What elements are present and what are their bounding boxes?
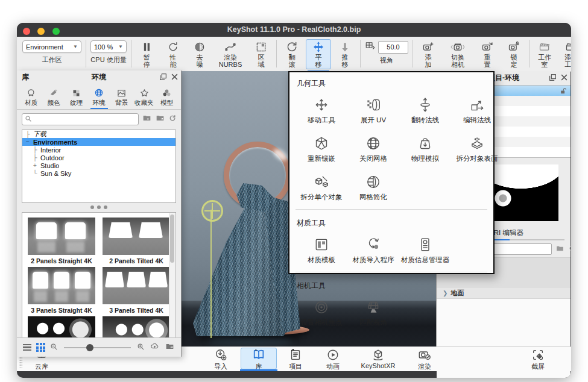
tab-backplates[interactable]: 背景 <box>111 86 132 109</box>
tree-item-environments[interactable]: − Environments <box>22 138 175 146</box>
hdri-thumb-image <box>103 267 170 304</box>
menu-item-edit-normals[interactable]: 编辑法线 <box>452 90 502 128</box>
dock-item-render[interactable]: 渲染 <box>407 348 442 371</box>
section-title: 相机工具 <box>297 281 486 291</box>
tumble-button[interactable]: 翻滚 <box>279 39 305 69</box>
dock-item-library[interactable]: 库 <box>241 348 277 369</box>
thumbnails-scrollbar[interactable] <box>169 213 175 343</box>
toolbar-separator <box>86 40 86 67</box>
tab-models[interactable]: 模型 <box>156 86 177 109</box>
thumb-3-panels-straight[interactable]: 3 Panels Straight 4K <box>26 267 97 314</box>
pause-icon <box>141 40 153 54</box>
section-title: 材质工具 <box>297 218 486 228</box>
dock-item-project[interactable]: 项目 <box>278 348 313 371</box>
float-panel-icon[interactable] <box>549 73 557 84</box>
dolly-button[interactable]: 推移 <box>332 39 358 69</box>
zoom-out-icon[interactable] <box>50 342 58 353</box>
tab-textures[interactable]: 纹理 <box>66 86 87 109</box>
environment-thumbnails: 2 Panels Straight 4K 2 Panels Tilted 4K … <box>22 212 176 345</box>
main-toolbar: Environment ▼ 工作区 100 % ▼ CPU 使用量 暂停 性能 … <box>17 37 571 72</box>
tree-item-studio[interactable]: + Studio <box>22 161 175 169</box>
tree-item-outdoor[interactable]: ├ Outdoor <box>22 154 175 161</box>
tab-materials[interactable]: 材质 <box>21 86 42 109</box>
star-icon <box>140 88 149 98</box>
pan-button[interactable]: 平移 <box>306 39 331 69</box>
menu-item-mesh-simplify[interactable]: 网格简化 <box>349 167 398 205</box>
tab-favorites[interactable]: 收藏夹 <box>134 86 155 109</box>
camera-switch-icon <box>450 40 466 54</box>
tab-environments[interactable]: 环境 <box>89 86 110 109</box>
add-folder-icon[interactable] <box>142 114 152 125</box>
reset-camera-button[interactable]: 重置 <box>475 39 500 69</box>
add-studio-button[interactable]: 添加工作 <box>558 39 571 69</box>
cpu-usage-select[interactable]: 100 % ▼ <box>90 40 127 53</box>
grid-view-icon[interactable] <box>36 343 45 352</box>
performance-button[interactable]: 性能 <box>160 39 186 69</box>
dock-item-import[interactable]: 导入 <box>203 348 238 371</box>
menu-item-material-importer[interactable]: 材质导入程序 <box>349 230 398 268</box>
match-perspective-icon <box>365 298 381 316</box>
refresh-icon[interactable] <box>168 114 176 125</box>
mesh-simplify-icon <box>365 173 381 191</box>
camera-reset-icon <box>481 40 494 54</box>
tumble-icon <box>286 40 298 54</box>
splitter-handle[interactable] <box>17 204 181 210</box>
thumb-3-panels-tilted[interactable]: 3 Panels Tilted 4K <box>101 267 172 314</box>
list-view-icon[interactable] <box>23 343 31 352</box>
flip-normals-icon <box>417 96 433 114</box>
zoom-in-icon[interactable] <box>137 342 145 353</box>
tree-item-interior[interactable]: ├ Interior <box>22 146 175 154</box>
folder-icon[interactable] <box>555 244 564 255</box>
pause-button[interactable]: 暂停 <box>134 39 159 69</box>
add-camera-button[interactable]: 添加 <box>416 39 441 69</box>
pan-move-icon <box>312 40 324 54</box>
menu-item-material-templates[interactable]: 材质模板 <box>297 230 346 268</box>
menu-item-unwrap-uv[interactable]: 展开 UV <box>349 90 398 128</box>
close-panel-icon[interactable] <box>171 72 179 83</box>
thumbnail-size-slider[interactable] <box>64 347 131 348</box>
menu-item-split-object-surfaces[interactable]: 拆分对象表面 <box>452 128 502 167</box>
region-icon <box>255 40 267 54</box>
menu-item-match-perspective[interactable]: 匹配视角 <box>349 292 398 331</box>
dock-item-screenshot[interactable]: 截屏 <box>520 348 555 371</box>
float-panel-icon[interactable] <box>159 72 167 83</box>
unwrap-uv-icon <box>365 96 381 114</box>
workspace-select[interactable]: Environment ▼ <box>22 40 81 53</box>
split-objects-icon <box>314 173 329 191</box>
tab-colors[interactable]: 颜色 <box>43 86 65 109</box>
slider-thumb[interactable] <box>86 344 93 351</box>
move-pin-gizmo[interactable] <box>201 200 223 222</box>
environment-tree: ├ 下载 − Environments ├ Interior ├ Outdoor… <box>22 130 176 203</box>
switch-camera-button[interactable]: 切换相机 <box>442 39 473 69</box>
menu-item-material-info-manager[interactable]: 材质信息管理器 <box>400 230 450 268</box>
lock-camera-button[interactable]: 锁定 <box>501 39 526 69</box>
upload-cloud-icon[interactable] <box>150 342 160 353</box>
denoise-button[interactable]: 去噪 <box>187 39 212 69</box>
toolbar-separator <box>276 40 277 67</box>
refresh-icon[interactable] <box>568 244 571 255</box>
studio-button[interactable]: 工作室 <box>532 39 557 69</box>
render-nurbs-button[interactable]: 渲染NURBS <box>213 39 247 69</box>
close-panel-icon[interactable] <box>560 73 568 84</box>
search-input[interactable] <box>32 114 138 124</box>
dock-item-keyshotxr[interactable]: KeyShotXR <box>350 348 406 369</box>
menu-item-flip-normals[interactable]: 翻转法线 <box>400 90 450 128</box>
menu-item-physics-simulation[interactable]: 物理模拟 <box>400 128 450 167</box>
menu-item-retessellate[interactable]: 重新镶嵌 <box>297 128 346 167</box>
tools-menu-popup: 几何工具 移动工具 展开 UV 翻转法线 编辑法线 <box>288 71 495 274</box>
add-to-library-icon[interactable] <box>165 342 175 353</box>
dock-item-animation[interactable]: 动画 <box>315 348 350 371</box>
import-folder-icon[interactable] <box>155 114 165 125</box>
thumb-2-panels-straight[interactable]: 2 Panels Straight 4K <box>26 218 97 265</box>
menu-item-split-separate-objects[interactable]: 拆分单个对象 <box>297 167 346 205</box>
thumb-2-panels-tilted[interactable]: 2 Panels Tilted 4K <box>101 218 172 265</box>
menu-item-move-tool[interactable]: 移动工具 <box>297 90 346 128</box>
view-angle-input[interactable] <box>378 41 408 54</box>
unlock-icon[interactable] <box>560 87 567 98</box>
tree-item-downloads[interactable]: ├ 下载 <box>22 130 175 138</box>
menu-item-close-mesh[interactable]: 关闭网格 <box>349 128 398 167</box>
tree-item-sun-sky[interactable]: └ Sun & Sky <box>22 169 175 177</box>
menu-item-set-camera-focus[interactable]: 设置相机焦点 <box>297 292 346 331</box>
region-button[interactable]: 区域 <box>248 39 274 69</box>
search-box[interactable] <box>22 113 139 125</box>
